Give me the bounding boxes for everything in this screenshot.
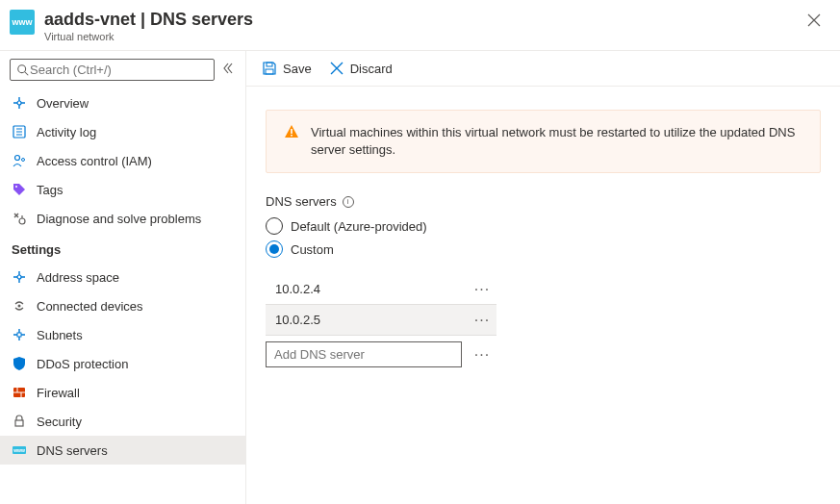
radio-label: Default (Azure-provided)	[291, 219, 427, 234]
svg-point-7	[15, 156, 20, 161]
svg-line-1	[25, 71, 29, 75]
nav-item-diagnose[interactable]: Diagnose and solve problems	[0, 204, 245, 233]
nav-item-tags[interactable]: Tags	[0, 175, 245, 204]
radio-label: Custom	[291, 242, 334, 257]
tags-icon	[12, 182, 27, 197]
nav-label: Activity log	[37, 125, 96, 139]
save-button[interactable]: Save	[262, 61, 312, 76]
vnet-icon: www	[10, 10, 35, 35]
connected-devices-icon	[12, 298, 27, 314]
row-menu-button[interactable]: ···	[468, 346, 496, 364]
svg-rect-23	[266, 69, 273, 74]
nav-label: Security	[37, 415, 82, 429]
main-pane: Save Discard Virtual machines within thi…	[246, 51, 840, 504]
row-menu-button[interactable]: ···	[468, 312, 496, 329]
svg-point-0	[18, 64, 26, 72]
chevron-double-left-icon	[222, 63, 234, 74]
nav-label: Subnets	[37, 328, 83, 342]
dns-icon: www	[12, 442, 27, 458]
firewall-icon	[12, 385, 27, 400]
diagnose-icon	[12, 211, 27, 226]
nav-item-security[interactable]: Security	[0, 407, 245, 436]
nav-label: Tags	[37, 183, 63, 197]
dns-add-row: ···	[266, 336, 496, 373]
search-icon	[16, 63, 30, 77]
nav-label: DNS servers	[37, 443, 108, 458]
close-button[interactable]	[802, 10, 827, 34]
svg-point-9	[15, 186, 17, 188]
dns-entry[interactable]: 10.0.2.4	[266, 274, 468, 304]
save-icon	[262, 61, 277, 76]
svg-text:www: www	[13, 447, 25, 453]
add-dns-input[interactable]	[266, 341, 462, 367]
subnets-icon	[12, 327, 27, 342]
svg-rect-25	[291, 135, 293, 137]
radio-button-checked	[266, 240, 283, 258]
blade-header: www aadds-vnet | DNS servers Virtual net…	[0, 0, 840, 51]
search-box[interactable]	[10, 59, 215, 81]
activity-log-icon	[12, 124, 27, 139]
overview-icon	[12, 95, 27, 111]
discard-button[interactable]: Discard	[329, 61, 393, 76]
nav-item-activity-log[interactable]: Activity log	[0, 117, 245, 146]
info-icon[interactable]: i	[343, 196, 354, 208]
toolbar: Save Discard	[246, 51, 840, 87]
nav-item-dns-servers[interactable]: www DNS servers	[0, 436, 245, 465]
svg-point-2	[17, 101, 21, 105]
nav-label: Diagnose and solve problems	[37, 212, 201, 226]
dns-server-list: 10.0.2.4 ··· 10.0.2.5 ··· ···	[266, 274, 496, 373]
radio-default[interactable]: Default (Azure-provided)	[266, 214, 821, 238]
dns-section-label: DNS servers i	[266, 194, 821, 209]
content: Virtual machines within this virtual net…	[246, 87, 840, 396]
svg-point-8	[22, 159, 25, 162]
nav-label: Address space	[37, 270, 119, 285]
radio-button	[266, 217, 283, 235]
lock-icon	[12, 414, 27, 429]
dns-entry-row: 10.0.2.4 ···	[266, 274, 496, 305]
header-main: aadds-vnet | DNS servers Virtual network	[44, 10, 802, 42]
nav-item-access-control[interactable]: Access control (IAM)	[0, 146, 245, 175]
radio-custom[interactable]: Custom	[266, 238, 821, 261]
svg-rect-14	[17, 333, 21, 337]
warning-text: Virtual machines within this virtual net…	[311, 124, 802, 159]
row-menu-button[interactable]: ···	[468, 281, 496, 298]
discard-label: Discard	[350, 62, 393, 76]
dns-entry[interactable]: 10.0.2.5	[266, 305, 468, 335]
page-title: aadds-vnet | DNS servers	[44, 10, 802, 30]
warning-icon	[284, 124, 299, 159]
nav-label: Connected devices	[37, 299, 143, 314]
discard-icon	[329, 61, 344, 76]
access-control-icon	[12, 153, 27, 168]
address-space-icon	[12, 269, 27, 285]
save-label: Save	[283, 62, 312, 76]
warning-banner: Virtual machines within this virtual net…	[266, 110, 821, 173]
nav-label: Access control (IAM)	[37, 154, 152, 168]
svg-point-13	[18, 305, 21, 308]
svg-rect-24	[291, 129, 293, 134]
page-subtitle: Virtual network	[44, 31, 802, 42]
nav-item-firewall[interactable]: Firewall	[0, 378, 245, 407]
dns-entry-row: 10.0.2.5 ···	[266, 305, 496, 336]
svg-rect-19	[15, 420, 23, 426]
nav-item-address-space[interactable]: Address space	[0, 263, 245, 291]
nav-item-connected-devices[interactable]: Connected devices	[0, 291, 245, 320]
nav-label: Firewall	[37, 386, 80, 400]
svg-point-12	[17, 275, 21, 279]
nav-item-subnets[interactable]: Subnets	[0, 320, 245, 349]
nav-group-settings: Settings	[0, 233, 245, 263]
search-input[interactable]	[30, 63, 208, 77]
nav-label: DDoS protection	[37, 357, 128, 371]
sidebar-nav: Overview Activity log Access control (IA…	[0, 88, 245, 504]
sidebar: Overview Activity log Access control (IA…	[0, 51, 246, 504]
nav-item-overview[interactable]: Overview	[0, 88, 245, 117]
collapse-sidebar-button[interactable]	[220, 61, 236, 79]
svg-point-10	[19, 218, 25, 224]
shield-icon	[12, 356, 27, 371]
nav-label: Overview	[37, 96, 89, 111]
nav-item-ddos[interactable]: DDoS protection	[0, 349, 245, 378]
close-icon	[807, 13, 821, 27]
